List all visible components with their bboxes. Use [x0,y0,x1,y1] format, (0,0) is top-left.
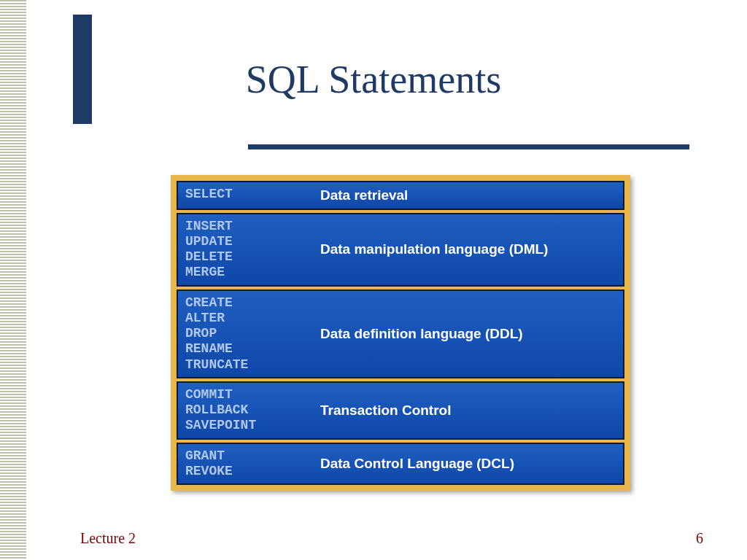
footer-page-number: 6 [696,530,703,547]
horizontal-rule [248,144,689,149]
description-cell: Data Control Language (DCL) [313,444,623,483]
table-row: SELECT Data retrieval [177,181,624,210]
slide: SQL Statements SELECT Data retrieval INS… [0,0,747,560]
description-cell: Data definition language (DDL) [313,291,623,377]
commands-cell: CREATE ALTER DROP RENAME TRUNCATE [178,291,313,377]
slide-title: SQL Statements [0,57,747,102]
table-row: GRANT REVOKE Data Control Language (DCL) [177,443,624,485]
commands-cell: INSERT UPDATE DELETE MERGE [178,214,313,285]
table-row: CREATE ALTER DROP RENAME TRUNCATE Data d… [177,289,624,378]
description-cell: Data retrieval [313,182,623,209]
table-row: COMMIT ROLLBACK SAVEPOINT Transaction Co… [177,381,624,440]
commands-cell: GRANT REVOKE [178,444,313,483]
description-cell: Transaction Control [313,383,623,438]
footer-lecture: Lecture 2 [80,530,136,547]
table-row: INSERT UPDATE DELETE MERGE Data manipula… [177,213,624,287]
commands-cell: SELECT [178,182,313,209]
description-cell: Data manipulation language (DML) [313,214,623,285]
statements-table: SELECT Data retrieval INSERT UPDATE DELE… [171,175,630,491]
commands-cell: COMMIT ROLLBACK SAVEPOINT [178,383,313,438]
